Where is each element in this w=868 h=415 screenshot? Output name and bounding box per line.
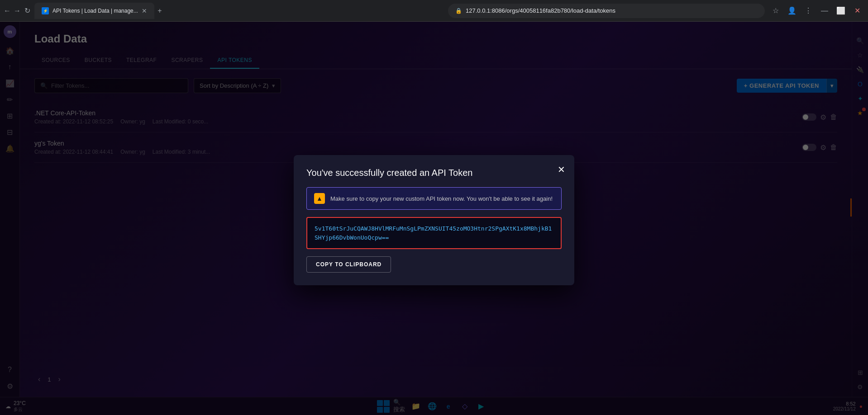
refresh-button[interactable]: ↻ [24, 7, 31, 14]
url-display: 127.0.0.1:8086/orgs/40058116fa82b780/loa… [466, 7, 615, 14]
warning-icon: ▲ [314, 193, 325, 204]
browser-controls: ← → ↻ [4, 7, 31, 14]
address-bar[interactable]: 🔒 127.0.0.1:8086/orgs/40058116fa82b780/l… [448, 4, 765, 18]
favicon: ⚡ [42, 7, 49, 14]
back-button[interactable]: ← [4, 7, 11, 14]
warning-banner: ▲ Make sure to copy your new custom API … [306, 187, 562, 210]
minimize-button[interactable]: — [817, 4, 832, 18]
modal-title: You've successfully created an API Token [306, 168, 562, 178]
copy-to-clipboard-button[interactable]: COPY TO CLIPBOARD [306, 256, 391, 273]
browser-chrome: ← → ↻ ⚡ API Tokens | Load Data | manage.… [0, 0, 868, 22]
profile-button[interactable]: 👤 [785, 4, 799, 18]
api-token-modal: You've successfully created an API Token… [294, 155, 574, 285]
tab-title: API Tokens | Load Data | manage... [52, 8, 138, 14]
menu-button[interactable]: ⋮ [801, 4, 816, 18]
close-browser-button[interactable]: ✕ [850, 4, 864, 18]
extensions-button[interactable]: ☆ [768, 4, 783, 18]
lock-icon: 🔒 [455, 8, 462, 14]
active-tab[interactable]: ⚡ API Tokens | Load Data | manage... ✕ [34, 3, 154, 19]
token-display[interactable]: 5v1T60tSrJuCQAWJ8HVlMRFuMnSgLPmZXNSUIT45… [306, 217, 562, 249]
tab-close-button[interactable]: ✕ [142, 7, 147, 14]
tab-bar: ⚡ API Tokens | Load Data | manage... ✕ + [34, 3, 444, 19]
forward-button[interactable]: → [14, 7, 21, 14]
modal-overlay: You've successfully created an API Token… [0, 22, 868, 415]
modal-close-button[interactable]: ✕ [558, 164, 565, 175]
browser-actions: ☆ 👤 ⋮ — ⬜ ✕ [768, 4, 864, 18]
warning-text: Make sure to copy your new custom API to… [330, 195, 553, 202]
new-tab-button[interactable]: + [156, 7, 163, 14]
maximize-button[interactable]: ⬜ [834, 4, 848, 18]
